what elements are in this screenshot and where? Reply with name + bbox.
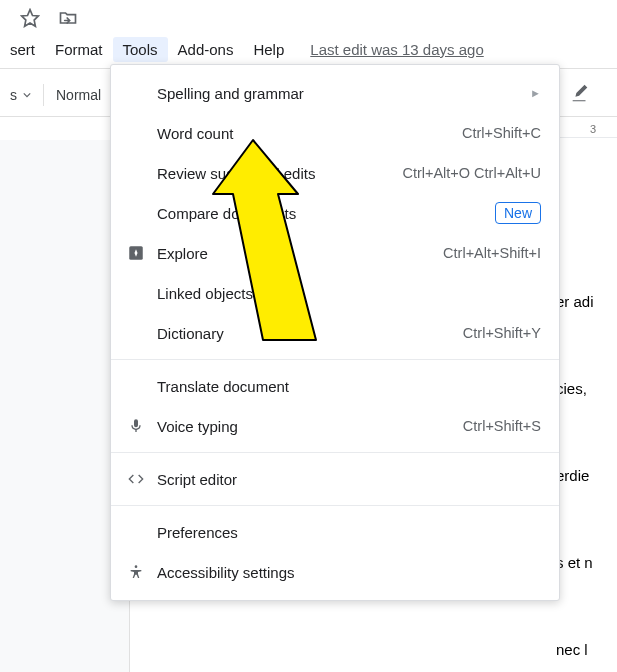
zoom-dropdown[interactable]: s (0, 78, 41, 112)
dd-label: Dictionary (157, 325, 463, 342)
menu-explore[interactable]: Explore Ctrl+Alt+Shift+I (111, 233, 559, 273)
document-text: er adi cies, erdie s et n nec l (556, 280, 617, 672)
menu-script-editor[interactable]: Script editor (111, 459, 559, 499)
zoom-label: s (10, 87, 17, 103)
menu-insert[interactable]: sert (0, 37, 45, 62)
dd-label: Script editor (157, 471, 541, 488)
dd-label: Translate document (157, 378, 541, 395)
menu-compare-documents[interactable]: Compare documents New (111, 193, 559, 233)
dd-label: Explore (157, 245, 443, 262)
dd-shortcut: Ctrl+Shift+S (463, 418, 541, 434)
last-edit-link[interactable]: Last edit was 13 days ago (308, 37, 485, 62)
dd-label: Linked objects (157, 285, 541, 302)
menu-linked-objects[interactable]: Linked objects (111, 273, 559, 313)
chevron-down-icon (23, 91, 31, 99)
explore-icon (125, 244, 147, 262)
menu-spelling-grammar[interactable]: Spelling and grammar ► (111, 73, 559, 113)
menu-accessibility-settings[interactable]: Accessibility settings (111, 552, 559, 592)
toolbar: s Normal (0, 78, 111, 112)
dd-label: Accessibility settings (157, 564, 541, 581)
menu-divider (111, 452, 559, 453)
dd-label: Spelling and grammar (157, 85, 530, 102)
menu-divider (111, 359, 559, 360)
dd-label: Compare documents (157, 205, 495, 222)
paragraph-style-dropdown[interactable]: Normal (46, 78, 111, 112)
dd-shortcut: Ctrl+Alt+Shift+I (443, 245, 541, 261)
menu-voice-typing[interactable]: Voice typing Ctrl+Shift+S (111, 406, 559, 446)
menu-format[interactable]: Format (45, 37, 113, 62)
menu-translate-document[interactable]: Translate document (111, 366, 559, 406)
dd-shortcut: Ctrl+Shift+C (462, 125, 541, 141)
tools-dropdown: Spelling and grammar ► Word count Ctrl+S… (110, 64, 560, 601)
new-badge: New (495, 202, 541, 224)
menubar: sert Format Tools Add-ons Help Last edit… (0, 34, 486, 64)
ruler-mark: 3 (590, 123, 596, 135)
dd-label: Review suggested edits (157, 165, 402, 182)
svg-marker-0 (22, 10, 39, 27)
menu-word-count[interactable]: Word count Ctrl+Shift+C (111, 113, 559, 153)
dd-label: Preferences (157, 524, 541, 541)
menu-dictionary[interactable]: Dictionary Ctrl+Shift+Y (111, 313, 559, 353)
menu-divider (111, 505, 559, 506)
paint-format-icon[interactable] (569, 82, 591, 104)
svg-point-3 (135, 565, 138, 568)
move-to-folder-icon[interactable] (58, 8, 78, 28)
dd-label: Word count (157, 125, 462, 142)
menu-preferences[interactable]: Preferences (111, 512, 559, 552)
menu-addons[interactable]: Add-ons (168, 37, 244, 62)
star-icon[interactable] (20, 8, 40, 28)
dd-shortcut: Ctrl+Shift+Y (463, 325, 541, 341)
submenu-arrow-icon: ► (530, 87, 541, 99)
mic-icon (125, 418, 147, 434)
accessibility-icon (125, 564, 147, 580)
menu-review-suggested-edits[interactable]: Review suggested edits Ctrl+Alt+O Ctrl+A… (111, 153, 559, 193)
dd-label: Voice typing (157, 418, 463, 435)
ruler: 3 (560, 120, 617, 138)
menu-help[interactable]: Help (243, 37, 294, 62)
menu-tools[interactable]: Tools (113, 37, 168, 62)
paragraph-style-label: Normal (56, 87, 101, 103)
dd-shortcut: Ctrl+Alt+O Ctrl+Alt+U (402, 165, 541, 181)
code-icon (125, 471, 147, 487)
